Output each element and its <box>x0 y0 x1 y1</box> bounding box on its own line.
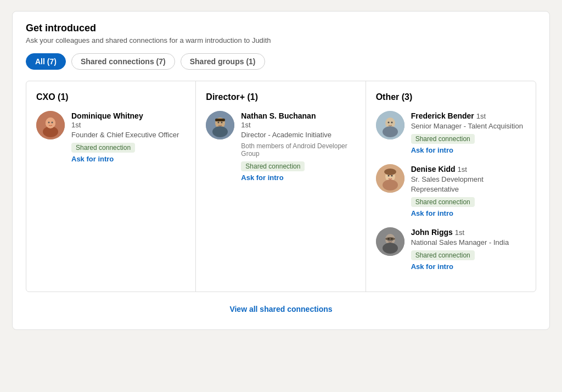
shared-badge-denise: Shared connection <box>411 197 475 207</box>
person-row-john: John Riggs 1st National Sales Manager - … <box>376 227 526 271</box>
person-info-john: John Riggs 1st National Sales Manager - … <box>411 227 526 271</box>
person-info-dominique: Dominique Whitney 1st Founder & Chief Ex… <box>71 111 186 163</box>
person-name-frederick: Frederick Bender 1st <box>411 111 526 121</box>
column-cxo: CXO (1) Dominique Whitney <box>26 81 196 292</box>
svg-point-15 <box>387 122 389 124</box>
shared-badge-dominique: Shared connection <box>71 143 135 153</box>
person-row-nathan: Nathan S. Buchanan 1st Director - Academ… <box>206 111 355 182</box>
svg-point-25 <box>383 243 398 254</box>
svg-rect-11 <box>215 119 225 121</box>
page-title: Get introduced <box>26 23 536 34</box>
svg-point-14 <box>383 126 398 137</box>
column-director: Director+ (1) Nathan S. Buchan <box>196 81 366 292</box>
get-introduced-card: Get introduced Ask your colleagues and s… <box>12 11 550 330</box>
shared-badge-nathan: Shared connection <box>241 161 305 171</box>
svg-point-10 <box>221 122 223 124</box>
avatar-john <box>376 227 404 256</box>
person-info-nathan: Nathan S. Buchanan 1st Director - Academ… <box>241 111 355 182</box>
person-degree-dominique: 1st <box>71 121 186 129</box>
svg-point-4 <box>48 122 50 124</box>
person-name-nathan: Nathan S. Buchanan <box>241 111 355 121</box>
svg-point-5 <box>52 122 53 124</box>
svg-point-3 <box>46 117 55 128</box>
person-info-denise: Denise Kidd 1st Sr. Sales Development Re… <box>411 164 526 217</box>
column-cxo-title: CXO (1) <box>36 92 186 102</box>
svg-point-8 <box>212 126 228 137</box>
svg-point-19 <box>383 180 398 191</box>
person-group-nathan: Both members of Android Developer Group <box>241 142 355 158</box>
column-director-title: Director+ (1) <box>206 92 355 102</box>
ask-intro-dominique[interactable]: Ask for intro <box>71 155 186 163</box>
person-name-john: John Riggs 1st <box>411 227 526 238</box>
filter-shared-connections-button[interactable]: Shared connections (7) <box>71 53 175 70</box>
svg-point-16 <box>391 122 392 124</box>
page-subtitle: Ask your colleagues and shared connectio… <box>26 36 536 44</box>
svg-point-9 <box>218 122 220 124</box>
ask-intro-frederick[interactable]: Ask for intro <box>411 146 526 154</box>
person-row-denise: Denise Kidd 1st Sr. Sales Development Re… <box>376 164 526 217</box>
view-all-link[interactable]: View all shared connections <box>229 305 332 313</box>
avatar-denise <box>376 164 404 193</box>
person-title-frederick: Senior Manager - Talent Acquisition <box>411 121 526 131</box>
person-title-denise: Sr. Sales Development Representative <box>411 175 526 194</box>
person-info-frederick: Frederick Bender 1st Senior Manager - Ta… <box>411 111 526 154</box>
filter-shared-groups-button[interactable]: Shared groups (1) <box>181 53 265 70</box>
avatar-nathan <box>206 111 234 139</box>
svg-rect-29 <box>387 240 393 241</box>
ask-intro-denise[interactable]: Ask for intro <box>411 209 526 217</box>
person-row-frederick: Frederick Bender 1st Senior Manager - Ta… <box>376 111 526 154</box>
person-title-nathan: Director - Academic Initiative <box>241 130 355 140</box>
avatar-dominique <box>36 111 65 139</box>
filter-bar: All (7) Shared connections (7) Shared gr… <box>26 53 536 70</box>
ask-intro-john[interactable]: Ask for intro <box>411 262 526 271</box>
columns-grid: CXO (1) Dominique Whitney <box>26 81 536 292</box>
filter-all-button[interactable]: All (7) <box>26 53 66 70</box>
person-name-dominique: Dominique Whitney <box>71 111 186 121</box>
svg-point-20 <box>387 175 389 177</box>
shared-badge-john: Shared connection <box>411 250 475 260</box>
column-other: Other (3) Frederick Bender <box>366 81 536 292</box>
footer-view-all: View all shared connections <box>26 304 536 314</box>
avatar-frederick <box>376 111 404 139</box>
person-row-dominique: Dominique Whitney 1st Founder & Chief Ex… <box>36 111 186 163</box>
person-title-dominique: Founder & Chief Executive Officer <box>71 130 186 140</box>
ask-intro-nathan[interactable]: Ask for intro <box>241 173 355 182</box>
column-other-title: Other (3) <box>376 92 526 102</box>
person-name-denise: Denise Kidd 1st <box>411 164 526 175</box>
svg-point-22 <box>384 169 396 175</box>
shared-badge-frederick: Shared connection <box>411 134 475 144</box>
person-title-john: National Sales Manager - India <box>411 238 526 248</box>
person-degree-nathan: 1st <box>241 121 355 129</box>
svg-point-21 <box>391 175 392 177</box>
